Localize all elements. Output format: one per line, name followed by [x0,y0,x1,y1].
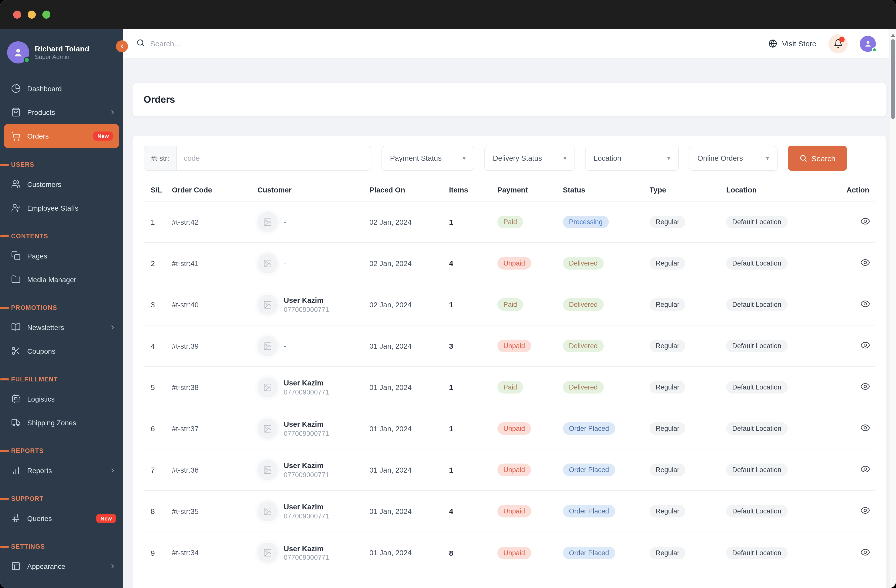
sidebar-item-queries[interactable]: QueriesNew [0,506,123,530]
notifications-button[interactable] [829,34,847,53]
order-code-cell: #t-str:34 [172,549,258,557]
view-order-button[interactable] [860,299,870,309]
section-header-users: USERS [0,157,123,172]
users-icon [11,179,21,189]
view-order-button[interactable] [860,340,870,350]
zoom-window-button[interactable] [42,11,50,19]
truck-icon [11,418,21,427]
type-pill: Regular [649,463,686,476]
book-icon [11,323,21,332]
order-row-5: 5#t-str:38User Kazim07700900077101 Jan, … [143,367,875,408]
user-menu-avatar[interactable] [860,35,876,52]
filter-dropdown-online-orders[interactable]: Online Orders▾ [689,146,777,171]
customer-cell: User Kazim077009000771 [258,460,369,480]
view-order-button[interactable] [860,464,870,474]
customer-phone: 077009000771 [284,471,329,479]
sidebar-item-shipping-zones[interactable]: Shipping Zones [0,411,123,434]
caret-down-icon: ▾ [766,155,769,162]
type-cell: Regular [649,340,726,352]
scrollbar-thumb[interactable] [891,39,895,119]
order-code-cell: #t-str:39 [172,342,258,350]
type-cell: Regular [649,547,726,559]
sidebar-item-coupons[interactable]: Coupons [0,339,123,363]
status-badge: Delivered [563,340,604,352]
payment-badge: Unpaid [497,257,531,270]
sidebar-item-label: Dashboard [27,84,62,93]
location-pill: Default Location [726,340,788,352]
vertical-scrollbar[interactable] [889,29,896,588]
serial-cell: 4 [143,341,172,350]
order-row-9: 9#t-str:34User Kazim07700900077101 Jan, … [143,532,875,573]
view-order-button[interactable] [860,505,870,515]
order-code-cell: #t-str:36 [172,466,258,474]
profile-avatar [7,41,29,64]
section-dash [0,307,9,309]
section-header-promotions: PROMOTIONS [0,300,123,315]
sidebar-item-employee-staffs[interactable]: Employee Staffs [0,196,123,220]
sidebar-item-dashboard[interactable]: Dashboard [0,76,123,100]
image-placeholder-icon [258,460,278,480]
view-order-button[interactable] [860,257,870,268]
filter-dropdown-payment-status[interactable]: Payment Status▾ [381,146,474,171]
filter-dropdown-location[interactable]: Location▾ [585,146,679,171]
order-code-prefix: #t-str: [144,146,177,170]
sidebar-collapse-button[interactable] [116,40,128,52]
global-search-input[interactable] [150,39,362,48]
filter-dropdown-delivery-status[interactable]: Delivery Status▾ [484,146,575,171]
chip-icon [11,394,21,404]
payment-cell: Unpaid [497,340,563,352]
payment-cell: Unpaid [497,505,563,518]
profile-block[interactable]: Richard Toland Super Admin [0,29,123,67]
action-cell [843,547,875,559]
location-cell: Default Location [726,422,843,435]
minimize-window-button[interactable] [28,11,36,19]
serial-cell: 7 [143,466,172,474]
order-code-cell: #t-str:37 [172,425,258,433]
status-badge: Order Placed [563,547,615,559]
sidebar-item-media-manager[interactable]: Media Manager [0,268,123,291]
customer-name: User Kazim [284,502,329,512]
location-pill: Default Location [726,547,788,559]
location-cell: Default Location [726,216,843,228]
location-cell: Default Location [726,505,843,518]
type-cell: Regular [649,381,726,393]
location-cell: Default Location [726,463,843,476]
order-code-input[interactable] [177,146,371,170]
section-dash [0,164,9,166]
sidebar-nav: DashboardProductsOrdersNewUSERSCustomers… [0,76,123,578]
customer-name: User Kazim [284,296,329,306]
action-cell [843,216,875,228]
section-dash [0,378,9,380]
sidebar-item-appearance[interactable]: Appearance [0,554,123,578]
bag-icon [11,107,21,117]
sidebar-item-pages[interactable]: Pages [0,244,123,268]
type-pill: Regular [649,422,686,435]
section-dash [0,498,9,500]
sidebar-item-reports[interactable]: Reports [0,459,123,482]
sidebar-item-label: Employee Staffs [27,204,78,212]
payment-badge: Unpaid [497,463,531,476]
serial-cell: 3 [143,300,172,309]
sidebar-item-orders[interactable]: OrdersNew [4,124,119,148]
type-pill: Regular [649,547,686,559]
sidebar-item-customers[interactable]: Customers [0,172,123,196]
pages-icon [11,251,21,260]
sidebar-item-logistics[interactable]: Logistics [0,387,123,411]
visit-store-link[interactable]: Visit Store [768,39,817,48]
view-order-button[interactable] [860,547,870,557]
payment-cell: Unpaid [497,422,563,435]
sidebar-item-newsletters[interactable]: Newsletters [0,315,123,339]
close-window-button[interactable] [13,11,21,19]
sidebar-item-products[interactable]: Products [0,100,123,124]
section-header-settings: SETTINGS [0,539,123,554]
placed-on-cell: 01 Jan, 2024 [369,466,449,474]
scroll-up-arrow[interactable] [890,34,895,37]
search-button[interactable]: Search [788,146,847,171]
view-order-button[interactable] [860,423,870,433]
folder-icon [11,274,21,284]
scissors-icon [11,346,21,356]
payment-cell: Unpaid [497,257,563,270]
order-code-cell: #t-str:42 [172,218,258,226]
view-order-button[interactable] [860,216,870,226]
view-order-button[interactable] [860,381,870,391]
